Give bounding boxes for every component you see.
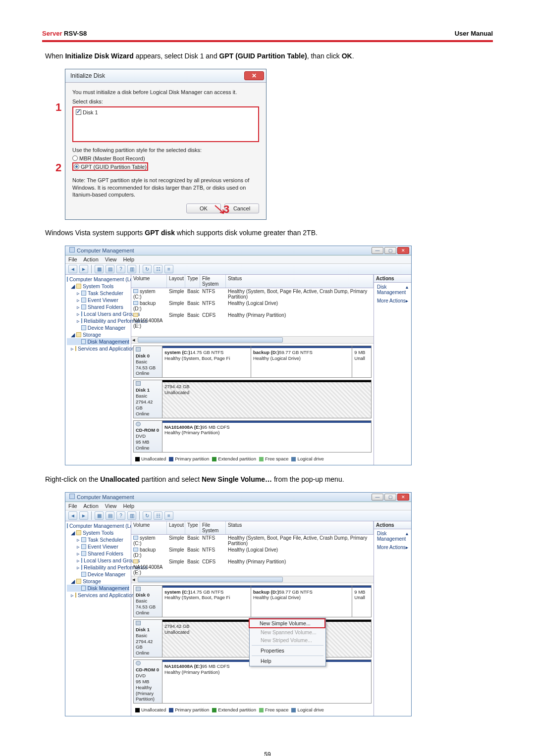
- help-icon[interactable]: ?: [116, 265, 125, 273]
- menu-file[interactable]: File: [68, 256, 77, 262]
- forward-icon[interactable]: ►: [79, 511, 88, 520]
- disk1-checkbox-row[interactable]: Disk 1: [76, 109, 256, 115]
- radio-gpt[interactable]: GPT (GUID Partition Table): [72, 162, 148, 171]
- disk-select-list[interactable]: Disk 1: [72, 106, 259, 142]
- tool-icon[interactable]: ▤: [106, 511, 114, 520]
- ctx-new-simple-volume[interactable]: New Simple Volume...: [249, 618, 325, 628]
- col-layout[interactable]: Layout: [167, 275, 185, 288]
- tool-icon[interactable]: ▥: [127, 511, 136, 520]
- back-icon[interactable]: ◄: [68, 511, 77, 520]
- menu-action[interactable]: Action: [83, 503, 99, 509]
- col-status[interactable]: Status: [226, 275, 374, 288]
- radio-mbr-icon[interactable]: [72, 155, 78, 161]
- hscrollbar[interactable]: ◂: [131, 576, 374, 583]
- tree-task-scheduler[interactable]: ▹ Task Scheduler: [67, 536, 129, 543]
- minimize-icon[interactable]: —: [372, 247, 383, 254]
- computer-management-window-2: Computer Management — ▢ ✕ File Action Vi…: [65, 492, 412, 717]
- menu-help[interactable]: Help: [123, 503, 135, 509]
- col-volume[interactable]: Volume: [131, 521, 167, 534]
- tree-device-manager[interactable]: Device Manager: [67, 571, 129, 578]
- tool-icon[interactable]: ☷: [154, 511, 162, 520]
- menubar[interactable]: File Action View Help: [65, 502, 411, 510]
- forward-icon[interactable]: ►: [79, 265, 88, 273]
- close-icon[interactable]: ✕: [397, 494, 409, 501]
- disk-row-0[interactable]: Disk 0Basic74.53 GBOnline system (C:)14.…: [133, 585, 372, 617]
- tree-system-tools[interactable]: ◢ System Tools: [67, 529, 129, 536]
- col-type[interactable]: Type: [185, 275, 200, 288]
- hscrollbar[interactable]: ◂: [131, 336, 374, 343]
- model-label: RSV-S8: [64, 30, 87, 37]
- tree-local-users[interactable]: ▹ Local Users and Groups: [67, 557, 129, 564]
- minimize-icon[interactable]: —: [372, 494, 383, 501]
- menubar[interactable]: File Action View Help: [65, 255, 411, 264]
- tree-root[interactable]: Computer Management (Local): [67, 522, 129, 529]
- tool-icon[interactable]: ▦: [95, 265, 104, 273]
- menu-action[interactable]: Action: [83, 256, 99, 262]
- col-fs[interactable]: File System: [200, 275, 226, 288]
- tree-event-viewer[interactable]: ▹ Event Viewer: [67, 297, 129, 303]
- disk1-checkbox[interactable]: [76, 109, 81, 115]
- disk-row-cdrom[interactable]: CD-ROM 0DVD95 MBOnline NA1014008A (E:)95…: [133, 420, 372, 453]
- vol-row[interactable]: system (C:)SimpleBasicNTFSHealthy (Syste…: [131, 288, 374, 300]
- maximize-icon[interactable]: ▢: [384, 247, 396, 254]
- disk-icon: [136, 347, 141, 352]
- tool-icon[interactable]: ≡: [164, 265, 173, 273]
- menu-file[interactable]: File: [68, 503, 77, 509]
- nav-tree[interactable]: Computer Management (Local) ◢ System Too…: [65, 275, 131, 465]
- menu-view[interactable]: View: [105, 256, 117, 262]
- col-layout[interactable]: Layout: [167, 521, 185, 534]
- col-status[interactable]: Status: [226, 521, 374, 534]
- maximize-icon[interactable]: ▢: [384, 494, 396, 501]
- tree-device-manager[interactable]: Device Manager: [67, 324, 129, 331]
- close-icon[interactable]: ✕: [244, 71, 264, 80]
- tool-icon[interactable]: ▦: [95, 511, 104, 520]
- tool-icon[interactable]: ≡: [164, 511, 173, 520]
- col-fs[interactable]: File System: [200, 521, 226, 534]
- tree-services[interactable]: ▹ Services and Applications: [67, 345, 129, 352]
- tree-system-tools[interactable]: ◢ System Tools: [67, 283, 129, 290]
- ctx-properties[interactable]: Properties: [250, 647, 325, 655]
- tree-shared-folders[interactable]: ▹ Shared Folders: [67, 550, 129, 557]
- refresh-icon[interactable]: ↻: [143, 265, 152, 273]
- context-menu[interactable]: New Simple Volume... New Spanned Volume.…: [249, 618, 326, 666]
- tree-storage[interactable]: ◢ Storage: [67, 331, 129, 338]
- actions-more[interactable]: More Actions▸: [374, 543, 411, 552]
- vol-row[interactable]: NA1014008A (E:)SimpleBasicCDFSHealthy (P…: [131, 312, 374, 329]
- tree-reliability[interactable]: ▹ Reliability and Performance: [67, 564, 129, 571]
- tool-icon[interactable]: ☷: [154, 265, 162, 273]
- tree-shared-folders[interactable]: ▹ Shared Folders: [67, 303, 129, 310]
- tree-storage[interactable]: ◢ Storage: [67, 578, 129, 585]
- tool-icon[interactable]: ▤: [106, 265, 114, 273]
- tree-disk-management[interactable]: Disk Management: [67, 338, 129, 345]
- tree-event-viewer[interactable]: ▹ Event Viewer: [67, 543, 129, 550]
- col-type[interactable]: Type: [185, 521, 200, 534]
- actions-more[interactable]: More Actions▸: [374, 297, 411, 305]
- vol-row[interactable]: backup (D:)SimpleBasicNTFSHealthy (Logic…: [131, 300, 374, 312]
- radio-mbr[interactable]: MBR (Master Boot Record): [72, 155, 259, 161]
- tree-task-scheduler[interactable]: ▹ Task Scheduler: [67, 290, 129, 297]
- tree-disk-management[interactable]: Disk Management: [67, 585, 129, 592]
- tree-local-users[interactable]: ▹ Local Users and Groups: [67, 310, 129, 317]
- nav-tree[interactable]: Computer Management (Local) ◢ System Too…: [65, 521, 131, 716]
- tree-services[interactable]: ▹ Services and Applications: [67, 592, 129, 599]
- disk-row-0[interactable]: Disk 0Basic74.53 GBOnline system (C:)14.…: [133, 346, 372, 378]
- close-icon[interactable]: ✕: [397, 247, 409, 254]
- refresh-icon[interactable]: ↻: [143, 511, 152, 520]
- ctx-new-spanned-volume: New Spanned Volume...: [250, 628, 325, 636]
- menu-help[interactable]: Help: [123, 256, 135, 262]
- radio-gpt-icon[interactable]: [74, 164, 79, 169]
- tree-root[interactable]: Computer Management (Local): [67, 276, 129, 283]
- help-icon[interactable]: ?: [116, 511, 125, 520]
- vol-row[interactable]: system (C:)SimpleBasicNTFSHealthy (Syste…: [131, 535, 374, 547]
- disk-row-1[interactable]: Disk 1Basic2794.42 GBOnline 2794.42 GBUn…: [133, 380, 372, 418]
- vol-row[interactable]: backup (D:)SimpleBasicNTFSHealthy (Logic…: [131, 547, 374, 558]
- vol-row[interactable]: NA1014008A (E:)SimpleBasicCDFSHealthy (P…: [131, 558, 374, 576]
- back-icon[interactable]: ◄: [68, 265, 77, 273]
- menu-view[interactable]: View: [105, 503, 117, 509]
- tool-icon[interactable]: ▥: [127, 265, 136, 273]
- col-volume[interactable]: Volume: [131, 275, 167, 288]
- actions-dm[interactable]: Disk Management▴: [374, 283, 411, 297]
- tree-reliability[interactable]: ▹ Reliability and Performance: [67, 317, 129, 324]
- ctx-help[interactable]: Help: [250, 657, 325, 665]
- actions-dm[interactable]: Disk Management▴: [374, 529, 411, 543]
